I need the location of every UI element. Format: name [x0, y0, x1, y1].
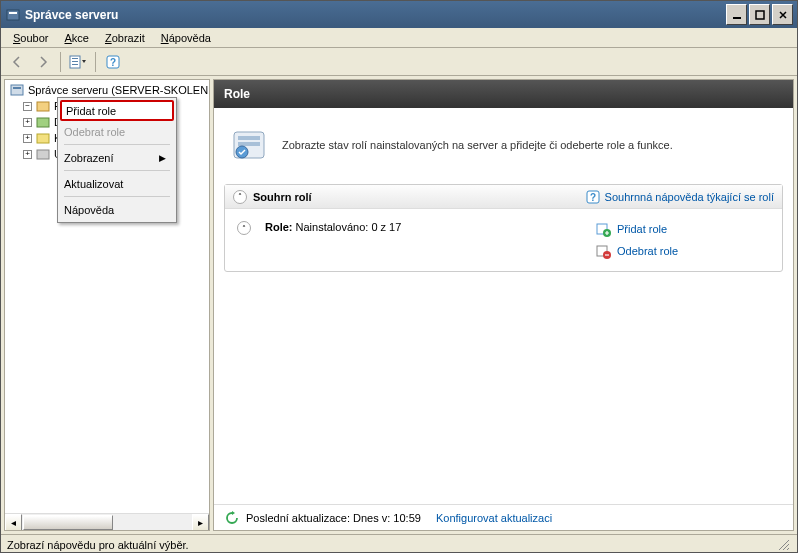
menu-help-label: ápověda [169, 32, 211, 44]
submenu-arrow-icon: ▶ [159, 153, 166, 163]
app-icon [5, 7, 21, 23]
svg-text:?: ? [110, 57, 116, 68]
svg-rect-11 [13, 87, 21, 89]
remove-roles-icon [595, 243, 611, 259]
server-icon [9, 82, 25, 98]
svg-rect-2 [733, 17, 741, 19]
collapse-button[interactable]: ˄ [237, 221, 251, 235]
forward-button[interactable] [31, 50, 55, 74]
help-icon: ? [585, 189, 601, 205]
toolbar: ? [1, 48, 797, 76]
back-button[interactable] [5, 50, 29, 74]
context-remove-roles: Odebrat role [60, 121, 174, 142]
roles-status: Nainstalováno: 0 z 17 [296, 221, 402, 233]
section-body: ˄ Role: Nainstalováno: 0 z 17 Přidat rol… [225, 209, 782, 271]
content-pane: Role Zobrazte stav rolí nainstalovaných … [213, 79, 794, 531]
expand-icon[interactable]: + [23, 150, 32, 159]
scroll-track[interactable] [22, 514, 192, 530]
svg-rect-14 [37, 134, 49, 143]
svg-text:?: ? [590, 192, 596, 203]
folder-icon [35, 146, 51, 162]
menu-view-label: obrazit [112, 32, 145, 44]
section-help-link[interactable]: ? Souhrnná nápověda týkající se rolí [585, 189, 774, 205]
toolbar-separator [60, 52, 61, 72]
section-title: Souhrn rolí [253, 191, 312, 203]
remove-roles-link[interactable]: Odebrat role [595, 243, 770, 259]
horizontal-scrollbar[interactable]: ◂ ▸ [5, 513, 209, 530]
tree-pane: Správce serveru (SERVER-SKOLENI − F + D … [4, 79, 210, 531]
main-content: Správce serveru (SERVER-SKOLENI − F + D … [1, 76, 797, 534]
svg-rect-1 [9, 12, 17, 14]
context-separator [64, 144, 170, 145]
menu-file[interactable]: Soubor [5, 30, 56, 46]
context-view[interactable]: Zobrazení▶ [60, 147, 174, 168]
context-refresh[interactable]: Aktualizovat [60, 173, 174, 194]
menu-file-label: oubor [20, 32, 48, 44]
close-button[interactable] [772, 4, 793, 25]
expand-icon[interactable]: + [23, 118, 32, 127]
status-text: Zobrazí nápovědu pro aktuální výběr. [7, 539, 189, 551]
section-header: ˄ Souhrn rolí ? Souhrnná nápověda týkají… [225, 185, 782, 209]
content-header: Role [214, 80, 793, 108]
menu-actions[interactable]: Akce [56, 30, 96, 46]
svg-rect-18 [238, 142, 260, 146]
svg-rect-10 [11, 85, 23, 95]
content-header-title: Role [224, 87, 250, 101]
svg-rect-17 [238, 136, 260, 140]
help-button[interactable]: ? [101, 50, 125, 74]
tree-root-label: Správce serveru (SERVER-SKOLENI [28, 84, 210, 96]
svg-rect-13 [37, 118, 49, 127]
status-bar: Zobrazí nápovědu pro aktuální výběr. [1, 534, 797, 553]
menu-bar: Soubor Akce Zobrazit Nápověda [1, 28, 797, 48]
maximize-button[interactable] [749, 4, 770, 25]
menu-view[interactable]: Zobrazit [97, 30, 153, 46]
menu-actions-label: kce [72, 32, 89, 44]
roles-large-icon [228, 124, 270, 166]
svg-rect-0 [7, 10, 19, 20]
context-separator [64, 170, 170, 171]
configure-update-link[interactable]: Konfigurovat aktualizaci [436, 512, 552, 524]
resize-grip[interactable] [777, 538, 791, 552]
context-separator [64, 196, 170, 197]
intro-text: Zobrazte stav rolí nainstalovaných na se… [282, 139, 673, 151]
svg-rect-7 [72, 64, 78, 65]
roles-icon [35, 98, 51, 114]
roles-status-row: ˄ Role: Nainstalováno: 0 z 17 [237, 221, 595, 259]
svg-rect-6 [72, 61, 78, 62]
collapse-button[interactable]: ˄ [233, 190, 247, 204]
menu-help[interactable]: Nápověda [153, 30, 219, 46]
roles-label: Role: [265, 221, 293, 233]
title-bar: Správce serveru [1, 1, 797, 28]
add-roles-link[interactable]: Přidat role [595, 221, 770, 237]
folder-icon [35, 130, 51, 146]
svg-rect-15 [37, 150, 49, 159]
expand-icon[interactable]: + [23, 134, 32, 143]
scroll-thumb[interactable] [23, 515, 113, 530]
scroll-right-button[interactable]: ▸ [192, 514, 209, 531]
add-roles-icon [595, 221, 611, 237]
views-button[interactable] [66, 50, 90, 74]
content-footer: Poslední aktualizace: Dnes v: 10:59 Konf… [214, 504, 793, 530]
content-body: Zobrazte stav rolí nainstalovaných na se… [214, 108, 793, 504]
tree-root[interactable]: Správce serveru (SERVER-SKOLENI [7, 82, 207, 98]
context-help[interactable]: Nápověda [60, 199, 174, 220]
minimize-button[interactable] [726, 4, 747, 25]
last-update-label: Poslední aktualizace: Dnes v: 10:59 [246, 512, 421, 524]
intro-row: Zobrazte stav rolí nainstalovaných na se… [224, 118, 783, 184]
svg-rect-5 [72, 58, 78, 59]
context-menu: Přidat role Odebrat role Zobrazení▶ Aktu… [57, 97, 177, 223]
svg-rect-3 [756, 11, 764, 19]
window-title: Správce serveru [25, 8, 726, 22]
expand-icon[interactable]: − [23, 102, 32, 111]
svg-rect-12 [37, 102, 49, 111]
folder-icon [35, 114, 51, 130]
context-add-roles[interactable]: Přidat role [60, 100, 174, 121]
toolbar-separator [95, 52, 96, 72]
refresh-icon [224, 510, 240, 526]
scroll-left-button[interactable]: ◂ [5, 514, 22, 531]
roles-summary-section: ˄ Souhrn rolí ? Souhrnná nápověda týkají… [224, 184, 783, 272]
